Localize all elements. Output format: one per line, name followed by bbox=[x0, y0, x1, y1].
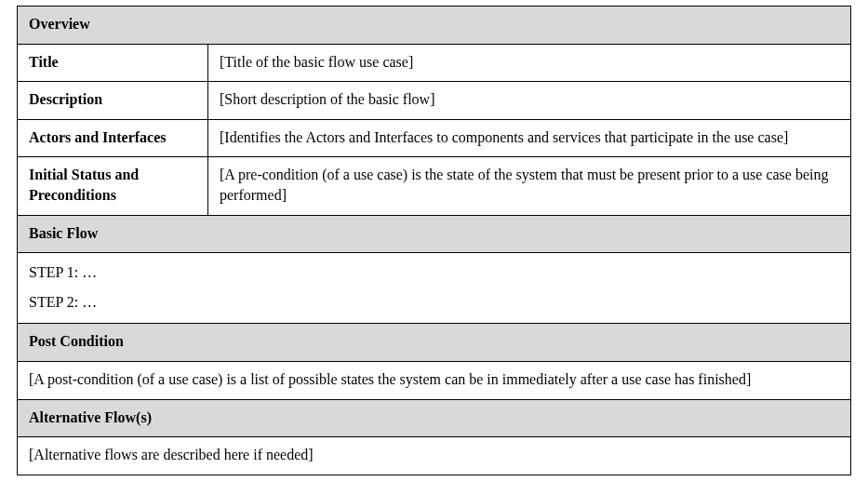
basic-flow-step-2: STEP 2: … bbox=[29, 292, 839, 313]
post-condition-value: [A post-condition (of a use case) is a l… bbox=[18, 361, 851, 399]
initial-status-label: Initial Status and Preconditions bbox=[18, 157, 208, 215]
alternative-flow-header: Alternative Flow(s) bbox=[18, 399, 851, 437]
title-label: Title bbox=[18, 44, 208, 82]
basic-flow-step-1: STEP 1: … bbox=[29, 262, 839, 283]
actors-interfaces-value: [Identifies the Actors and Interfaces to… bbox=[208, 119, 851, 157]
description-value: [Short description of the basic flow] bbox=[208, 82, 851, 120]
use-case-table: Overview Title [Title of the basic flow … bbox=[17, 6, 851, 475]
description-label: Description bbox=[18, 82, 208, 120]
overview-header: Overview bbox=[18, 7, 851, 45]
title-value: [Title of the basic flow use case] bbox=[208, 44, 851, 82]
initial-status-value: [A pre-condition (of a use case) is the … bbox=[208, 157, 851, 215]
basic-flow-header: Basic Flow bbox=[18, 215, 851, 253]
actors-interfaces-label: Actors and Interfaces bbox=[18, 119, 208, 157]
basic-flow-steps: STEP 1: … STEP 2: … bbox=[18, 253, 851, 324]
post-condition-header: Post Condition bbox=[18, 324, 851, 362]
alternative-flow-value: [Alternative flows are described here if… bbox=[18, 437, 851, 475]
